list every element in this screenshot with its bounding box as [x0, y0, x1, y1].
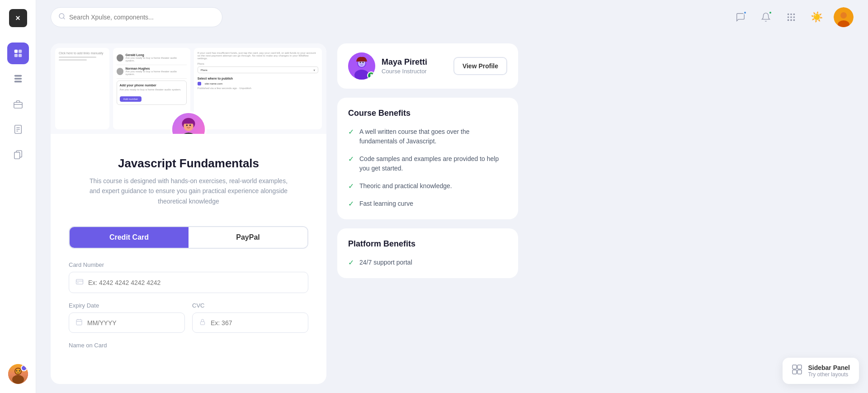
header-user-avatar[interactable] [834, 7, 854, 27]
header: ☀️ [36, 0, 868, 34]
svg-point-36 [186, 124, 188, 126]
svg-point-24 [788, 16, 789, 18]
card-number-label: Card Number [69, 261, 308, 268]
sidebar-panel-widget[interactable]: Sidebar Panel Try other layouts [783, 358, 859, 384]
profile-card: 🇮🇹 Maya Piretti Course Instructor View P… [337, 43, 518, 89]
svg-rect-42 [76, 320, 82, 325]
grid-icon-btn[interactable] [783, 9, 799, 25]
cvc-field-group: CVC [192, 302, 308, 333]
credit-card-tab[interactable]: Credit Card [70, 227, 189, 248]
sidebar: × [0, 0, 36, 393]
sidebar-nav [7, 43, 29, 353]
card-number-input[interactable] [88, 279, 302, 286]
card-number-field-group: Card Number [69, 261, 308, 293]
card-number-input-wrapper[interactable] [69, 272, 308, 293]
svg-point-37 [189, 124, 191, 126]
platform-benefit-text-1: 24/7 support portal [359, 258, 412, 267]
platform-benefits-card: Platform Benefits ✓ 24/7 support portal [337, 228, 518, 278]
name-on-card-label: Name on Card [69, 342, 308, 349]
svg-rect-54 [797, 365, 802, 369]
expiry-label: Expiry Date [69, 302, 185, 309]
benefit-item-4: ✓ Fast learning curve [348, 199, 507, 208]
svg-point-22 [790, 14, 792, 15]
svg-point-23 [793, 14, 795, 15]
course-benefits-title: Course Benefits [348, 109, 507, 118]
right-panel: 🇮🇹 Maya Piretti Course Instructor View P… [337, 43, 518, 384]
svg-rect-55 [793, 370, 797, 374]
credit-card-icon [75, 278, 84, 287]
check-icon-1: ✓ [348, 128, 354, 136]
svg-point-27 [788, 19, 789, 21]
svg-rect-41 [77, 283, 79, 284]
calendar-icon [75, 318, 83, 327]
sidebar-item-dashboard[interactable] [7, 43, 29, 64]
header-right: ☀️ [732, 7, 854, 27]
expiry-cvc-row: Expiry Date [69, 302, 308, 342]
cvc-input[interactable] [211, 319, 302, 327]
svg-rect-3 [18, 54, 21, 57]
svg-rect-56 [797, 370, 802, 374]
benefit-item-2: ✓ Code samples and examples are provided… [348, 154, 507, 173]
benefit-item-3: ✓ Theoric and practical knowledge. [348, 181, 507, 191]
course-description: This course is designed with hands-on ex… [89, 176, 288, 206]
svg-point-51 [360, 62, 361, 63]
paypal-tab[interactable]: PayPal [189, 227, 307, 248]
profile-info: Maya Piretti Course Instructor [382, 57, 427, 75]
view-profile-button[interactable]: View Profile [453, 57, 507, 75]
svg-rect-14 [14, 152, 19, 159]
search-input[interactable] [69, 14, 215, 21]
profile-name: Maya Piretti [382, 57, 427, 67]
expiry-input-wrapper[interactable] [69, 313, 185, 333]
name-on-card-field-group: Name on Card [69, 342, 308, 349]
bell-notification-dot [769, 11, 772, 14]
chat-icon-btn[interactable] [732, 9, 749, 25]
benefit-item-1: ✓ A well written course that goes over t… [348, 127, 507, 146]
check-icon-3: ✓ [348, 182, 354, 190]
lock-icon [199, 318, 206, 327]
svg-point-16 [12, 375, 24, 384]
platform-benefit-item-1: ✓ 24/7 support portal [348, 258, 507, 267]
course-benefits-card: Course Benefits ✓ A well written course … [337, 98, 518, 219]
sidebar-item-copy[interactable] [7, 144, 29, 166]
svg-rect-46 [200, 322, 204, 325]
svg-rect-5 [14, 78, 22, 80]
sidebar-item-grid[interactable] [7, 68, 29, 90]
svg-point-18 [16, 370, 17, 372]
svg-rect-7 [14, 102, 22, 108]
search-icon [58, 13, 66, 22]
svg-rect-4 [14, 75, 22, 77]
benefit-text-4: Fast learning curve [359, 199, 413, 208]
sidebar-item-briefcase[interactable] [7, 93, 29, 115]
cvc-input-wrapper[interactable] [192, 313, 308, 333]
expiry-input[interactable] [87, 319, 178, 327]
course-title: Javascript Fundamentals [69, 156, 308, 170]
platform-check-icon-1: ✓ [348, 258, 354, 267]
svg-rect-1 [18, 50, 21, 53]
theme-toggle-btn[interactable]: ☀️ [808, 9, 825, 25]
sidebar-user-avatar[interactable] [8, 364, 28, 384]
profile-avatar: 🇮🇹 [348, 52, 375, 80]
benefit-text-3: Theoric and practical knowledge. [359, 181, 452, 191]
main-area: ☀️ Click here to add links manually [36, 0, 868, 393]
sidebar-item-document[interactable] [7, 118, 29, 140]
profile-role: Course Instructor [382, 68, 427, 75]
content: Click here to add links manually Gerald … [36, 34, 868, 393]
bell-icon-btn[interactable] [758, 9, 774, 25]
svg-rect-6 [14, 81, 22, 83]
benefit-text-1: A well written course that goes over the… [359, 127, 507, 146]
svg-point-25 [790, 16, 792, 18]
sidebar-panel-icon [792, 364, 802, 378]
search-bar[interactable] [51, 7, 222, 27]
profile-flag: 🇮🇹 [367, 71, 375, 80]
expiry-field-group: Expiry Date [69, 302, 185, 333]
svg-point-28 [790, 19, 792, 21]
platform-benefits-title: Platform Benefits [348, 239, 507, 249]
svg-point-31 [840, 12, 847, 19]
svg-rect-2 [14, 54, 17, 57]
app-logo[interactable]: × [9, 9, 27, 27]
chat-notification-dot [743, 11, 747, 14]
svg-rect-0 [14, 50, 17, 53]
svg-point-21 [788, 14, 789, 15]
svg-point-19 [19, 370, 20, 372]
course-info: Javascript Fundamentals This course is d… [51, 134, 326, 226]
